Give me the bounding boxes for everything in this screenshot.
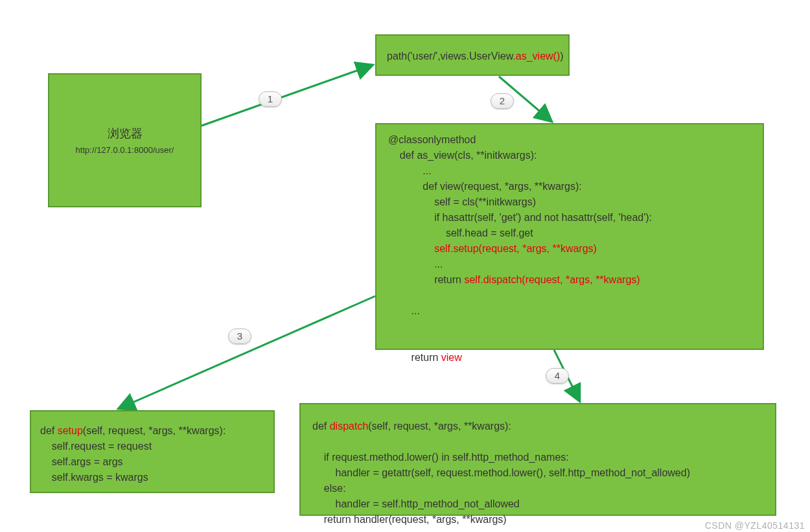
dispatch-l1c: (self, request, *args, **kwargs): — [368, 421, 511, 432]
path-suffix: ) — [560, 51, 563, 62]
svg-line-0 — [202, 65, 373, 126]
asview-l12: ... — [388, 305, 420, 316]
dispatch-l6: handler = self.http_method_not_allowed — [312, 498, 520, 509]
asview-l4: def view(request, *args, **kwargs): — [388, 181, 582, 192]
asview-l6: if hasattr(self, 'get') and not hasattr(… — [388, 212, 652, 223]
asview-setup-call: self.setup(request, *args, **kwargs) — [434, 243, 597, 254]
setup-l3: self.args = args — [40, 456, 123, 467]
asview-l8a — [388, 243, 434, 254]
dispatch-fn-name: dispatch — [330, 421, 369, 432]
setup-l4: self.kwargs = kwargs — [40, 472, 148, 483]
step-badge-4: 4 — [546, 368, 569, 384]
asview-l3: ... — [388, 165, 432, 176]
setup-fn-name: setup — [58, 425, 83, 436]
asview-dispatch-call: self.dispatch(request, *args, **kwargs) — [464, 274, 640, 285]
browser-url: http://127.0.0.1:8000/user/ — [49, 144, 200, 157]
dispatch-l3: if request.method.lower() in self.http_m… — [312, 452, 569, 463]
dispatch-l4: handler = getattr(self, request.method.l… — [312, 467, 690, 478]
asview-l7: self.head = self.get — [388, 227, 533, 238]
browser-title: 浏览器 — [49, 125, 200, 143]
path-asview-call: .as_view() — [513, 51, 560, 62]
dispatch-l7: return handler(request, *args, **kwargs) — [312, 514, 507, 525]
step-badge-3: 3 — [228, 329, 251, 344]
setup-l1c: (self, request, *args, **kwargs): — [83, 425, 226, 436]
setup-l2: self.request = request — [40, 441, 152, 452]
asview-l5: self = cls(**initkwargs) — [388, 196, 536, 207]
dispatch-l5: else: — [312, 483, 346, 494]
step-badge-1: 1 — [259, 91, 282, 107]
browser-box: 浏览器 http://127.0.0.1:8000/user/ — [48, 73, 202, 207]
svg-line-2 — [118, 296, 375, 409]
asview-return-view: view — [441, 352, 462, 363]
path-box: path('user/',views.UserView.as_view()) — [375, 34, 570, 76]
step-badge-2: 2 — [491, 93, 514, 109]
asview-l10a: return — [388, 274, 464, 285]
asview-l2: def as_view(cls, **initkwargs): — [388, 150, 537, 161]
path-prefix: path('user/',views.UserView — [387, 51, 513, 62]
watermark: CSDN @YZL40514131 — [705, 520, 805, 531]
dispatch-l1a: def — [312, 421, 330, 432]
setup-box: def setup(self, request, *args, **kwargs… — [30, 410, 275, 493]
asview-l1: @classonlymethod — [388, 134, 476, 145]
asview-l15a: return — [388, 352, 441, 363]
setup-l1a: def — [40, 425, 58, 436]
dispatch-box: def dispatch(self, request, *args, **kwa… — [299, 403, 776, 516]
asview-l9: ... — [388, 259, 443, 270]
asview-box: @classonlymethod def as_view(cls, **init… — [375, 123, 764, 350]
